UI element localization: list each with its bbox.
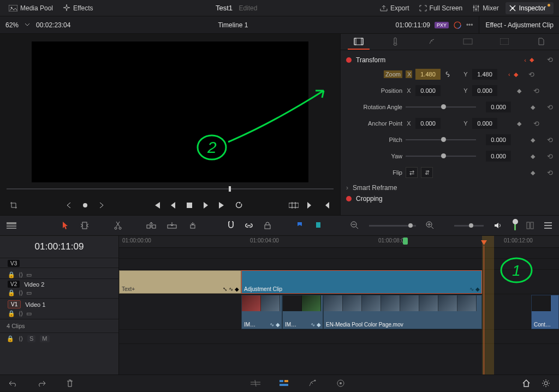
auto-select-icon[interactable]: ⟨⟩	[19, 289, 23, 296]
timeline-timecode[interactable]: 01:00:11:09	[0, 236, 118, 258]
loop-button[interactable]	[234, 200, 243, 210]
kf-diamond[interactable]: ◆	[514, 71, 518, 78]
flip-h-button[interactable]: ⇄	[406, 167, 418, 178]
auto-select-icon[interactable]: ⟨⟩	[19, 310, 23, 317]
prev-clip-button[interactable]	[322, 200, 331, 210]
insert-clip-icon[interactable]	[146, 220, 157, 231]
timeline-name[interactable]: Timeline 1	[218, 21, 248, 29]
scrub-handle[interactable]	[229, 186, 231, 192]
volume-icon[interactable]	[493, 220, 502, 231]
section-enabled-dot[interactable]	[346, 196, 352, 201]
video-clip-2[interactable]: IM…∿ ◆	[282, 295, 323, 329]
adjustment-clip[interactable]: Adjustment Clip ∿ ◆	[241, 270, 482, 294]
crop-icon[interactable]	[9, 200, 19, 210]
lock-icon[interactable]: 🔒	[8, 310, 15, 317]
selection-tool[interactable]	[62, 220, 70, 231]
flag-blue-icon[interactable]	[296, 220, 305, 231]
reset-icon[interactable]: ⟲	[532, 87, 540, 95]
rotation-field[interactable]	[486, 102, 511, 112]
zoom-x-field[interactable]	[415, 69, 441, 80]
dual-view-icon[interactable]	[526, 220, 534, 231]
mute-button[interactable]: M	[40, 335, 49, 342]
step-back-button[interactable]	[168, 200, 178, 210]
video-clip-right[interactable]: Cont…	[531, 295, 559, 329]
fullscreen-button[interactable]: Full Screen	[416, 2, 466, 14]
redo-button[interactable]	[36, 378, 47, 389]
zoom-y-field[interactable]	[472, 69, 497, 80]
next-clip-button[interactable]	[305, 200, 315, 210]
snap-icon[interactable]	[227, 220, 235, 231]
overwrite-clip-icon[interactable]	[166, 220, 177, 231]
kf-diamond[interactable]: ◆	[516, 120, 522, 127]
mixer-button[interactable]: Mixer	[469, 2, 502, 14]
color-page-icon[interactable]	[335, 378, 346, 389]
video-clip-3[interactable]: EN-Media Pool Color Page.mov	[323, 295, 482, 329]
transform-section-header[interactable]: Transform ‹ ◆ ⟲	[346, 54, 554, 66]
replace-clip-icon[interactable]	[187, 220, 198, 231]
flag-teal-icon[interactable]	[314, 220, 323, 231]
video-clip-1[interactable]: IM…∿ ◆	[241, 295, 282, 329]
v2-badge[interactable]: V2	[8, 281, 20, 288]
tab-effects[interactable]	[421, 34, 443, 50]
cropping-section-header[interactable]: Cropping	[346, 193, 554, 205]
proxy-badge[interactable]: PXY	[435, 22, 449, 28]
link-icon[interactable]	[245, 220, 253, 231]
yaw-field[interactable]	[486, 151, 511, 162]
media-pool-button[interactable]: Media Pool	[5, 2, 56, 14]
trim-tool[interactable]	[80, 220, 90, 231]
kf-diamond[interactable]: ◆	[530, 136, 536, 144]
reset-icon[interactable]: ⟲	[546, 56, 554, 64]
section-enabled-dot[interactable]	[346, 57, 352, 63]
reset-icon[interactable]: ⟲	[546, 103, 554, 111]
insert-button[interactable]	[289, 200, 299, 210]
zoom-percent[interactable]: 62%	[5, 21, 19, 29]
track-height-slider[interactable]	[454, 225, 484, 227]
smart-reframe-section[interactable]: › Smart Reframe	[346, 181, 554, 193]
lock-icon[interactable]: 🔒	[7, 335, 14, 342]
reset-icon[interactable]: ⟲	[546, 136, 554, 144]
lock-icon[interactable]: 🔒	[8, 271, 15, 278]
kf-diamond[interactable]: ◆	[530, 153, 536, 160]
viewer-timecode[interactable]: 01:00:11:09	[395, 21, 430, 29]
delete-button[interactable]	[64, 378, 75, 389]
v1-badge[interactable]: V1	[8, 300, 21, 308]
kf-diamond[interactable]: ◆	[516, 87, 522, 94]
tab-video[interactable]	[348, 34, 370, 50]
zoom-in-icon[interactable]	[426, 220, 435, 231]
tab-file[interactable]	[530, 34, 552, 50]
kf-diamond[interactable]: ◆	[530, 104, 536, 111]
keyframe-diamond-active[interactable]: ◆	[530, 56, 534, 63]
track-view-icon[interactable]: ▭	[26, 310, 32, 317]
yaw-slider[interactable]	[406, 156, 476, 157]
stop-button[interactable]	[185, 200, 194, 210]
position-x-field[interactable]	[415, 85, 441, 96]
ellipsis-icon[interactable]: •••	[466, 21, 473, 29]
color-wheel-icon[interactable]	[453, 21, 462, 29]
position-y-field[interactable]	[472, 85, 497, 96]
reset-icon[interactable]: ⟲	[532, 120, 540, 128]
reset-icon[interactable]: ⟲	[546, 152, 554, 161]
v3-badge[interactable]: V3	[8, 260, 20, 267]
effects-button[interactable]: Effects	[60, 2, 96, 14]
reset-icon[interactable]: ⟲	[546, 169, 554, 177]
solo-button[interactable]: S	[27, 335, 35, 342]
auto-select-icon[interactable]: ⟨⟩	[19, 335, 23, 342]
pitch-slider[interactable]	[406, 139, 476, 140]
viewer-canvas[interactable]: 2	[32, 41, 308, 182]
zoom-slider[interactable]	[369, 225, 416, 227]
viewer-scrub[interactable]	[0, 182, 340, 195]
auto-select-icon[interactable]: ⟨⟩	[19, 271, 23, 278]
lock-icon[interactable]	[263, 220, 272, 231]
timeline-tracks[interactable]: 01:00:00:00 01:00:04:00 01:00:08:00 01:0…	[119, 236, 559, 375]
marker-icon[interactable]	[403, 237, 408, 245]
flip-v-button[interactable]: ⇵	[421, 167, 433, 178]
next-mark-button[interactable]	[97, 200, 106, 210]
inspector-button[interactable]: Inspector	[506, 2, 554, 14]
timeline-view-icon[interactable]	[7, 220, 16, 231]
blade-tool[interactable]	[114, 220, 122, 231]
reset-icon[interactable]: ⟲	[528, 70, 536, 79]
rotation-slider[interactable]	[406, 106, 476, 108]
scrub-track[interactable]	[7, 188, 334, 189]
home-button[interactable]	[521, 378, 532, 389]
record-button[interactable]	[80, 200, 90, 210]
